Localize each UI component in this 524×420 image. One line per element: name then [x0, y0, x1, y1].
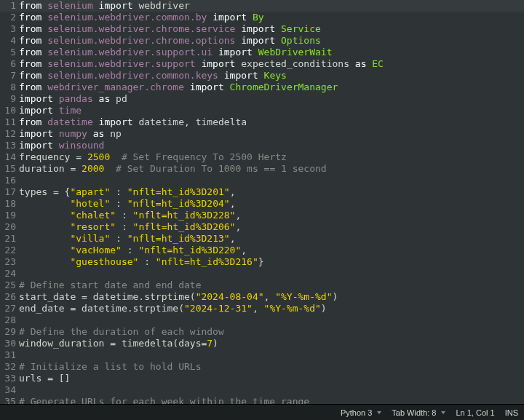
- code-content[interactable]: "chalet" : "nflt=ht_id%3D228",: [19, 210, 524, 221]
- code-content[interactable]: import time: [19, 105, 524, 116]
- line-number: 21: [0, 233, 19, 245]
- code-line[interactable]: 24: [0, 268, 524, 280]
- code-line[interactable]: 20 "resort" : "nflt=ht_id%3D206",: [0, 221, 524, 233]
- code-content[interactable]: from selenium.webdriver.support.ui impor…: [19, 47, 524, 58]
- line-number: 31: [0, 349, 19, 361]
- code-line[interactable]: 22 "vacHome" : "nflt=ht_id%3D220",: [0, 245, 524, 256]
- code-content[interactable]: [19, 268, 524, 280]
- code-line[interactable]: 31: [0, 349, 524, 361]
- code-content[interactable]: [19, 175, 524, 186]
- code-line[interactable]: 28: [0, 314, 524, 326]
- line-number: 20: [0, 221, 19, 233]
- line-number: 10: [0, 105, 19, 116]
- code-content[interactable]: from selenium.webdriver.support import e…: [19, 58, 524, 70]
- code-content[interactable]: from selenium.webdriver.common.keys impo…: [19, 70, 524, 82]
- line-number: 25: [0, 280, 19, 291]
- code-line[interactable]: 1from selenium import webdriver: [0, 0, 524, 12]
- code-content[interactable]: from webdriver_manager.chrome import Chr…: [19, 82, 524, 93]
- code-line[interactable]: 9import pandas as pd: [0, 93, 524, 105]
- code-line[interactable]: 35# Generate URLs for each week within t…: [0, 396, 524, 404]
- line-number: 12: [0, 128, 19, 140]
- code-line[interactable]: 17types = {"apart" : "nflt=ht_id%3D201",: [0, 186, 524, 198]
- code-content[interactable]: "villa" : "nflt=ht_id%3D213",: [19, 233, 524, 245]
- code-line[interactable]: 16: [0, 175, 524, 186]
- code-line[interactable]: 33urls = []: [0, 373, 524, 384]
- code-line[interactable]: 19 "chalet" : "nflt=ht_id%3D228",: [0, 210, 524, 221]
- code-line[interactable]: 2from selenium.webdriver.common.by impor…: [0, 12, 524, 23]
- code-line[interactable]: 14frequency = 2500 # Set Frequency To 25…: [0, 151, 524, 163]
- code-line[interactable]: 15duration = 2000 # Set Duration To 1000…: [0, 163, 524, 175]
- code-content[interactable]: start_date = datetime.strptime("2024-08-…: [19, 291, 524, 303]
- code-line[interactable]: 18 "hotel" : "nflt=ht_id%3D204",: [0, 198, 524, 210]
- code-line[interactable]: 26start_date = datetime.strptime("2024-0…: [0, 291, 524, 303]
- code-editor[interactable]: 1from selenium import webdriver2from sel…: [0, 0, 524, 404]
- code-content[interactable]: # Initialize a list to hold URLs: [19, 361, 524, 373]
- code-content[interactable]: [19, 384, 524, 396]
- code-content[interactable]: from selenium.webdriver.chrome.service i…: [19, 23, 524, 35]
- line-number: 18: [0, 198, 19, 210]
- code-line[interactable]: 3from selenium.webdriver.chrome.service …: [0, 23, 524, 35]
- code-line[interactable]: 6from selenium.webdriver.support import …: [0, 58, 524, 70]
- line-number: 30: [0, 338, 19, 349]
- code-line[interactable]: 10import time: [0, 105, 524, 116]
- code-content[interactable]: [19, 314, 524, 326]
- code-content[interactable]: end_date = datetime.strptime("2024-12-31…: [19, 303, 524, 314]
- code-line[interactable]: 25# Define start date and end date: [0, 280, 524, 291]
- code-line[interactable]: 7from selenium.webdriver.common.keys imp…: [0, 70, 524, 82]
- language-selector[interactable]: Python 3: [341, 408, 381, 417]
- line-number: 3: [0, 23, 19, 35]
- line-number: 11: [0, 116, 19, 128]
- code-line[interactable]: 34: [0, 384, 524, 396]
- line-number: 15: [0, 163, 19, 175]
- line-number: 24: [0, 268, 19, 280]
- code-content[interactable]: frequency = 2500 # Set Frequency To 2500…: [19, 151, 524, 163]
- code-line[interactable]: 30window_duration = timedelta(days=7): [0, 338, 524, 349]
- code-content[interactable]: from selenium.webdriver.chrome.options i…: [19, 35, 524, 47]
- code-content[interactable]: from selenium import webdriver: [19, 0, 524, 12]
- code-content[interactable]: "guesthouse" : "nflt=ht_id%3D216"}: [19, 256, 524, 268]
- line-number: 19: [0, 210, 19, 221]
- line-number: 1: [0, 0, 19, 12]
- code-line[interactable]: 5from selenium.webdriver.support.ui impo…: [0, 47, 524, 58]
- code-content[interactable]: import numpy as np: [19, 128, 524, 140]
- code-content[interactable]: "vacHome" : "nflt=ht_id%3D220",: [19, 245, 524, 256]
- code-content[interactable]: "hotel" : "nflt=ht_id%3D204",: [19, 198, 524, 210]
- code-content[interactable]: "resort" : "nflt=ht_id%3D206",: [19, 221, 524, 233]
- code-content[interactable]: # Define start date and end date: [19, 280, 524, 291]
- code-content[interactable]: import pandas as pd: [19, 93, 524, 105]
- code-content[interactable]: # Generate URLs for each week within the…: [19, 396, 524, 404]
- code-line[interactable]: 21 "villa" : "nflt=ht_id%3D213",: [0, 233, 524, 245]
- code-content[interactable]: from datetime import datetime, timedelta: [19, 116, 524, 128]
- tab-width-selector[interactable]: Tab Width: 8: [392, 408, 445, 417]
- line-number: 2: [0, 12, 19, 23]
- code-line[interactable]: 13import winsound: [0, 140, 524, 151]
- code-content[interactable]: # Define the duration of each window: [19, 326, 524, 338]
- cursor-position: Ln 1, Col 1: [456, 408, 494, 417]
- code-content[interactable]: duration = 2000 # Set Duration To 1000 m…: [19, 163, 524, 175]
- insert-mode[interactable]: INS: [505, 408, 518, 417]
- code-line[interactable]: 23 "guesthouse" : "nflt=ht_id%3D216"}: [0, 256, 524, 268]
- code-content[interactable]: urls = []: [19, 373, 524, 384]
- line-number: 14: [0, 151, 19, 163]
- code-content[interactable]: window_duration = timedelta(days=7): [19, 338, 524, 349]
- line-number: 9: [0, 93, 19, 105]
- line-number: 6: [0, 58, 19, 70]
- code-content[interactable]: [19, 349, 524, 361]
- tab-width-label: Tab Width: 8: [392, 408, 436, 417]
- line-number: 22: [0, 245, 19, 256]
- code-line[interactable]: 32# Initialize a list to hold URLs: [0, 361, 524, 373]
- line-number: 8: [0, 82, 19, 93]
- code-line[interactable]: 11from datetime import datetime, timedel…: [0, 116, 524, 128]
- code-content[interactable]: import winsound: [19, 140, 524, 151]
- line-number: 28: [0, 314, 19, 326]
- line-number: 16: [0, 175, 19, 186]
- code-line[interactable]: 8from webdriver_manager.chrome import Ch…: [0, 82, 524, 93]
- code-line[interactable]: 29# Define the duration of each window: [0, 326, 524, 338]
- code-line[interactable]: 12import numpy as np: [0, 128, 524, 140]
- code-line[interactable]: 27end_date = datetime.strptime("2024-12-…: [0, 303, 524, 314]
- code-line[interactable]: 4from selenium.webdriver.chrome.options …: [0, 35, 524, 47]
- line-number: 5: [0, 47, 19, 58]
- code-content[interactable]: from selenium.webdriver.common.by import…: [19, 12, 524, 23]
- code-content[interactable]: types = {"apart" : "nflt=ht_id%3D201",: [19, 186, 524, 198]
- line-number: 29: [0, 326, 19, 338]
